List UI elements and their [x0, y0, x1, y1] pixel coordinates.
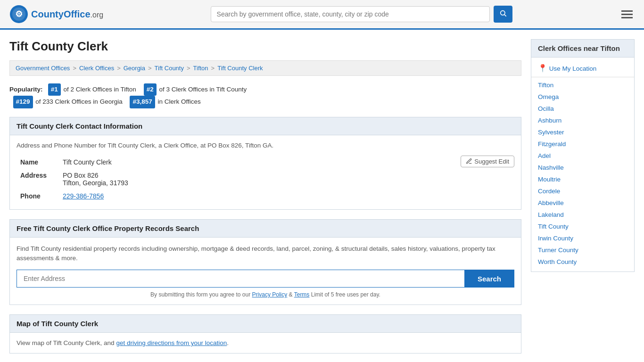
- driving-directions-link[interactable]: get driving directions from your locatio…: [116, 339, 227, 346]
- search-bar-area: [211, 6, 512, 23]
- sidebar-link-sylvester[interactable]: Sylvester: [531, 126, 634, 138]
- sidebar-link-moultrie[interactable]: Moultrie: [531, 173, 634, 185]
- header: ⚙ CountyOffice.org: [0, 0, 644, 30]
- address-search-input[interactable]: [17, 270, 464, 288]
- sidebar-link-irwin-county[interactable]: Irwin County: [531, 232, 634, 244]
- breadcrumb-link-tift-county[interactable]: Tift County: [155, 65, 184, 72]
- list-item: Moultrie: [531, 173, 634, 185]
- popularity-item-4: #3,857 in Clerk Offices: [130, 98, 200, 105]
- list-item: Omega: [531, 91, 634, 103]
- sidebar-link-abbeville[interactable]: Abbeville: [531, 197, 634, 209]
- header-search-button[interactable]: [494, 6, 512, 23]
- header-search-input[interactable]: [211, 6, 490, 22]
- edit-icon: [466, 158, 472, 165]
- main-layout: Tift County Clerk Government Offices > C…: [0, 30, 644, 362]
- breadcrumb-link-tifton[interactable]: Tifton: [193, 65, 208, 72]
- logo-area: ⚙ CountyOffice.org: [9, 5, 103, 24]
- breadcrumb: Government Offices > Clerk Offices > Geo…: [9, 60, 521, 76]
- svg-line-4: [504, 15, 506, 16]
- list-item: Lakeland: [531, 209, 634, 221]
- sidebar-link-omega[interactable]: Omega: [531, 91, 634, 103]
- use-my-location-link[interactable]: 📍 Use My Location: [531, 61, 634, 75]
- sidebar-link-cordele[interactable]: Cordele: [531, 185, 634, 197]
- svg-point-3: [500, 11, 504, 15]
- popularity-item-2: #2 of 3 Clerk Offices in Tift County: [144, 86, 247, 93]
- name-label: Name: [17, 156, 59, 169]
- address-label: Address: [17, 169, 59, 189]
- contact-description: Address and Phone Number for Tift County…: [17, 142, 514, 149]
- sidebar-link-nashville[interactable]: Nashville: [531, 162, 634, 173]
- sidebar: Clerk Offices near Tifton 📍 Use My Locat…: [531, 39, 635, 362]
- breadcrumb-link-clerk-offices[interactable]: Clerk Offices: [79, 65, 114, 72]
- sidebar-link-ashburn[interactable]: Ashburn: [531, 115, 634, 126]
- sidebar-link-ocilla[interactable]: Ocilla: [531, 103, 634, 115]
- phone-link[interactable]: 229-386-7856: [63, 192, 104, 200]
- property-records-disclaimer: By submitting this form you agree to our…: [17, 291, 514, 298]
- list-item: Turner County: [531, 244, 634, 256]
- breadcrumb-separator: >: [117, 65, 121, 72]
- list-item: Nashville: [531, 162, 634, 173]
- breadcrumb-link-tift-county-clerk[interactable]: Tift County Clerk: [217, 65, 263, 72]
- hamburger-menu-button[interactable]: [619, 8, 635, 20]
- popularity-rank-1: #1: [48, 83, 61, 96]
- popularity-rank-2: #2: [144, 83, 157, 96]
- list-item: Ocilla: [531, 103, 634, 115]
- name-value: Tift County Clerk: [59, 156, 514, 169]
- sidebar-link-worth-county[interactable]: Worth County: [531, 256, 634, 268]
- sidebar-link-tift-county[interactable]: Tift County: [531, 221, 634, 232]
- breadcrumb-separator: >: [73, 65, 76, 72]
- popularity-item-1: #1 of 2 Clerk Offices in Tifton: [48, 86, 138, 93]
- location-pin-icon: 📍: [538, 64, 547, 72]
- property-records-section-header: Free Tift County Clerk Office Property R…: [9, 219, 521, 238]
- popularity-rank-4: #3,857: [130, 96, 155, 108]
- sidebar-link-turner-county[interactable]: Turner County: [531, 244, 634, 256]
- terms-link[interactable]: Terms: [294, 291, 310, 298]
- phone-label: Phone: [17, 189, 59, 203]
- list-item: Abbeville: [531, 197, 634, 209]
- list-item: Tifton: [531, 79, 634, 91]
- breadcrumb-separator: >: [148, 65, 152, 72]
- popularity-item-3: #129 of 233 Clerk Offices in Georgia: [9, 98, 124, 105]
- property-search-form: Search: [17, 270, 514, 288]
- limit-text: Limit of 5 free uses per day.: [311, 291, 380, 298]
- suggest-edit-button[interactable]: Suggest Edit: [461, 156, 514, 167]
- list-item: Irwin County: [531, 232, 634, 244]
- contact-info-wrapper: Suggest Edit Name Tift County Clerk Addr…: [17, 156, 514, 203]
- contact-section-body: Address and Phone Number for Tift County…: [9, 135, 521, 210]
- map-section-header: Map of Tift County Clerk: [9, 314, 521, 333]
- sidebar-link-lakeland[interactable]: Lakeland: [531, 209, 634, 221]
- sidebar-divider: [531, 77, 634, 77]
- breadcrumb-link-government-offices[interactable]: Government Offices: [16, 65, 70, 72]
- table-row: Address PO Box 826 Tifton, Georgia, 3179…: [17, 169, 514, 189]
- sidebar-list: 📍 Use My Location Tifton Omega Ocilla As…: [531, 58, 635, 272]
- table-row: Name Tift County Clerk: [17, 156, 514, 169]
- property-records-section-body: Find Tift County residential property re…: [9, 238, 521, 305]
- sidebar-use-location: 📍 Use My Location: [531, 61, 634, 75]
- popularity-label: Popularity:: [9, 86, 43, 93]
- sidebar-link-tifton[interactable]: Tifton: [531, 79, 634, 91]
- map-description: View map of Tift County Clerk, and get d…: [17, 339, 514, 346]
- phone-value: 229-386-7856: [59, 189, 514, 203]
- hamburger-line: [621, 10, 633, 12]
- sidebar-link-fitzgerald[interactable]: Fitzgerald: [531, 138, 634, 150]
- search-icon: [499, 9, 507, 17]
- list-item: Worth County: [531, 256, 634, 268]
- svg-text:⚙: ⚙: [15, 9, 23, 19]
- popularity-section: Popularity: #1 of 2 Clerk Offices in Tif…: [9, 83, 521, 108]
- list-item: Cordele: [531, 185, 634, 197]
- breadcrumb-separator: >: [211, 65, 215, 72]
- table-row: Phone 229-386-7856: [17, 189, 514, 203]
- breadcrumb-separator: >: [187, 65, 190, 72]
- list-item: Tift County: [531, 221, 634, 232]
- sidebar-link-adel[interactable]: Adel: [531, 150, 634, 162]
- logo-text: CountyOffice.org: [31, 9, 103, 20]
- list-item: Sylvester: [531, 126, 634, 138]
- list-item: Ashburn: [531, 115, 634, 126]
- content-area: Tift County Clerk Government Offices > C…: [9, 39, 521, 362]
- property-search-button[interactable]: Search: [464, 270, 514, 288]
- privacy-policy-link[interactable]: Privacy Policy: [252, 291, 288, 298]
- popularity-rank-3: #129: [13, 96, 33, 108]
- page-title: Tift County Clerk: [9, 39, 521, 54]
- contact-info-table: Name Tift County Clerk Address PO Box 82…: [17, 156, 514, 203]
- breadcrumb-link-georgia[interactable]: Georgia: [124, 65, 145, 72]
